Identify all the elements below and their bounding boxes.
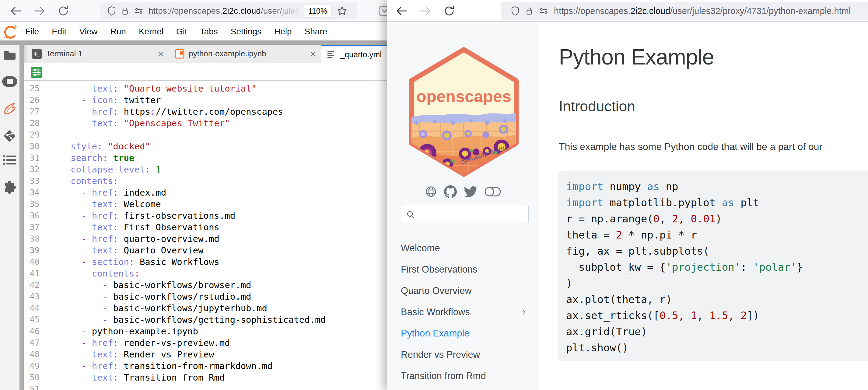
code-token: : [113,118,118,128]
menu-view[interactable]: View [73,27,104,36]
editor-line[interactable]: 42 - basic-workflows/browser.md [24,279,387,291]
zoom-level-badge[interactable]: 110% [304,5,332,17]
extension-leaf-button[interactable] [0,102,20,116]
tab-label: _quarto.yml [340,50,382,59]
permissions-icon[interactable] [134,6,144,15]
editor-line[interactable]: 43 - basic-workflows/rstudio.md [24,291,387,302]
editor-line[interactable]: 50 text: Transition from Rmd [24,372,387,383]
github-icon[interactable] [444,185,457,198]
nav-item-label: Basic Workflows [401,307,520,318]
reload-button[interactable] [57,4,70,18]
code-token: text [60,199,113,209]
file-browser-button[interactable] [0,50,20,61]
menu-help[interactable]: Help [268,27,298,36]
bookmark-star-icon[interactable] [336,5,348,17]
lock-icon[interactable] [525,6,533,16]
menu-kernel[interactable]: Kernel [132,27,170,36]
editor-line[interactable]: 45 - basic-workflows/getting-sophisticat… [24,314,387,326]
editor-line[interactable]: 49 - href: transition-from-rmarkdown.md [24,360,387,372]
nav-item-quarto-overview[interactable]: Quarto Overview [401,280,530,301]
lock-icon[interactable] [121,6,129,16]
url-text[interactable]: https://openscapes.2i2c.cloud/user/jules… [149,6,304,16]
search-box[interactable] [401,205,529,224]
theme-toggle-icon[interactable] [484,186,501,197]
twitter-icon[interactable] [464,185,477,198]
editor-line[interactable]: 51 [24,383,387,390]
editor-line[interactable]: 27 href: https://twitter.com/openscapes [24,106,387,118]
editor-line[interactable]: 40 - section: Basic Workflows [24,256,387,268]
openscapes-logo[interactable]: openscapes openscapes.org [407,46,521,177]
editor-line[interactable]: 35 text: Welcome [24,198,387,210]
code-token: section [92,257,129,267]
code-token: import [566,181,603,193]
yaml-editor[interactable]: 25 text: "Quarto website tutorial"26 - i… [24,81,387,390]
editor-line[interactable]: 32 collapse-level: 1 [24,164,387,175]
editor-line[interactable]: 26 - icon: twitter [24,94,387,106]
forward-button[interactable] [419,4,432,18]
code-token: , [678,213,691,225]
back-button[interactable] [395,4,408,18]
menu-file[interactable]: File [19,27,45,36]
activity-bar [0,45,20,390]
close-icon[interactable]: × [158,49,163,59]
nav-item-basic-workflows[interactable]: Basic Workflows [401,301,530,323]
search-icon [406,210,415,219]
menu-edit[interactable]: Edit [45,27,73,36]
tab-quarto-yml[interactable]: _quarto.yml [321,45,387,63]
sidebar-drag-handle[interactable] [20,45,24,390]
shield-icon[interactable] [511,6,520,16]
code-token: theta = [566,229,616,241]
editor-line[interactable]: 30 style: "docked" [24,140,387,152]
git-button[interactable] [0,129,20,143]
line-number: 26 [24,94,44,106]
nav-item-transition-from-rmd[interactable]: Transition from Rmd [401,365,530,387]
menu-run[interactable]: Run [104,27,132,36]
chevron-right-icon[interactable] [520,308,528,316]
editor-line[interactable]: 33 contents: [24,175,387,187]
editor-line[interactable]: 36 - href: first-observations.md [24,210,387,222]
editor-line[interactable]: 39 text: Quarto Overview [24,245,387,256]
shield-icon[interactable] [107,6,116,16]
tab-python-example-ipynb[interactable]: python-example.ipynb × [169,45,321,63]
editor-line[interactable]: 46 - python-example.ipynb [24,326,387,337]
address-bar[interactable]: https://openscapes.2i2c.cloud/user/jules… [100,2,357,20]
back-button[interactable] [9,4,23,18]
nav-item-first-observations[interactable]: First Observations [401,259,530,280]
menu-share[interactable]: Share [298,27,334,36]
editor-line[interactable]: 28 text: "Openscapes Twitter" [24,118,387,129]
editor-line[interactable]: 44 - basic-workflows/jupyterhub.md [24,302,387,314]
editor-line[interactable]: 37 text: First Observations [24,222,387,233]
line-number: 30 [24,140,44,152]
menu-tabs[interactable]: Tabs [193,27,224,36]
editor-line[interactable]: 38 - href: quarto-overview.md [24,233,387,245]
menu-settings[interactable]: Settings [224,27,268,36]
pocket-save-icon[interactable] [378,5,387,17]
url-text[interactable]: https://openscapes.2i2c.cloud/user/jules… [554,6,851,16]
table-of-contents-button[interactable] [0,155,20,165]
search-input[interactable] [415,209,524,219]
editor-line[interactable]: 31 search: true [24,152,387,164]
python-code-block[interactable]: import numpy as npimport matplotlib.pypl… [558,171,868,361]
globe-icon[interactable] [425,186,437,198]
nav-item-render-vs-preview[interactable]: Render vs Preview [401,344,530,365]
permissions-icon[interactable] [539,6,549,15]
sliders-icon[interactable] [31,67,42,78]
editor-line[interactable]: 25 text: "Quarto website tutorial" [24,83,387,94]
forward-button[interactable] [33,4,46,18]
editor-line[interactable]: 34 - href: index.md [24,187,387,198]
close-icon[interactable]: × [310,49,316,59]
reload-button[interactable] [442,4,456,18]
extension-manager-button[interactable] [0,181,20,194]
address-bar[interactable]: https://openscapes.2i2c.cloud/user/jules… [501,2,868,20]
editor-line[interactable]: 48 text: Render vs Preview [24,349,387,360]
nav-item-welcome[interactable]: Welcome [401,237,530,259]
menu-git[interactable]: Git [170,27,193,36]
tab-terminal-1[interactable]: $_ Terminal 1 × [27,45,169,63]
running-kernels-button[interactable] [0,75,20,88]
nav-item-python-example[interactable]: Python Example [401,323,530,344]
editor-line[interactable]: 41 contents: [24,268,387,279]
editor-line[interactable]: 29 [24,129,387,140]
editor-line[interactable]: 47 - href: render-vs-preview.md [24,337,387,349]
code-token: ax.plot(theta, r) [566,293,672,305]
code-token: Transition from Rmd [118,372,225,383]
